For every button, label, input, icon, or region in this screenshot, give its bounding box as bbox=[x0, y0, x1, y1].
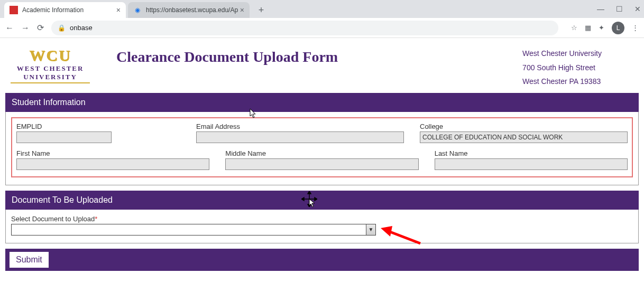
logo-text-line1: WEST CHESTER bbox=[11, 64, 90, 73]
highlight-box: EMPLID Email Address College First Name bbox=[11, 117, 633, 177]
browser-toolbar: ← → ⟳ 🔒 onbase ☆ ▦ ✦ L ⋮ bbox=[0, 18, 644, 38]
window-controls: — ☐ ✕ bbox=[597, 0, 641, 18]
middlename-field[interactable] bbox=[225, 158, 418, 170]
email-label: Email Address bbox=[196, 123, 404, 130]
url-text: onbase bbox=[70, 24, 93, 32]
address-city: West Chester PA 19383 bbox=[522, 74, 602, 89]
document-panel: Select Document to Upload* ▼ bbox=[5, 210, 639, 243]
logo-text-line2: UNIVERSITY bbox=[11, 73, 90, 81]
close-window-icon[interactable]: ✕ bbox=[634, 5, 641, 13]
kebab-menu-icon[interactable]: ⋮ bbox=[632, 24, 639, 32]
middlename-label: Middle Name bbox=[225, 149, 418, 157]
submit-bar: Submit bbox=[5, 249, 639, 271]
minimize-icon[interactable]: — bbox=[597, 5, 604, 13]
page-header: WCU WEST CHESTER UNIVERSITY Clearance Do… bbox=[0, 38, 644, 93]
globe-icon: ◉ bbox=[133, 6, 142, 14]
avatar[interactable]: L bbox=[612, 22, 624, 34]
college-label: College bbox=[420, 123, 628, 130]
emplid-label: EMPLID bbox=[16, 123, 180, 130]
page-title: Clearance Document Upload Form bbox=[116, 49, 338, 65]
address-name: West Chester University bbox=[522, 46, 602, 61]
new-tab-button[interactable]: + bbox=[254, 3, 269, 17]
required-asterisk: * bbox=[95, 215, 97, 223]
reload-icon[interactable]: ⟳ bbox=[37, 23, 44, 33]
email-field[interactable] bbox=[196, 131, 404, 143]
address-bar[interactable]: 🔒 onbase bbox=[51, 21, 558, 35]
emplid-field[interactable] bbox=[16, 131, 112, 143]
university-address: West Chester University 700 South High S… bbox=[522, 46, 633, 89]
select-doc-label-text: Select Document to Upload bbox=[11, 215, 95, 223]
select-doc-value bbox=[12, 224, 366, 235]
logo-text-top: WCU bbox=[29, 46, 71, 64]
firstname-field[interactable] bbox=[16, 158, 209, 170]
select-doc-label: Select Document to Upload* bbox=[11, 215, 633, 223]
puzzle-icon[interactable]: ✦ bbox=[599, 24, 604, 32]
forward-icon[interactable]: → bbox=[21, 23, 30, 33]
chevron-down-icon[interactable]: ▼ bbox=[366, 224, 375, 235]
section-document-header: Document To Be Uploaded bbox=[5, 191, 639, 210]
address-street: 700 South High Street bbox=[522, 61, 602, 75]
browser-tab-strip: Academic Information × ◉ https://onbaset… bbox=[0, 0, 644, 18]
maximize-icon[interactable]: ☐ bbox=[616, 5, 623, 13]
college-field[interactable] bbox=[420, 131, 628, 143]
logo-gold-rule bbox=[11, 82, 90, 83]
firstname-label: First Name bbox=[16, 149, 209, 157]
student-info-panel: EMPLID Email Address College First Name bbox=[5, 112, 639, 185]
tab-label: Academic Information bbox=[22, 6, 84, 14]
close-icon[interactable]: × bbox=[240, 6, 244, 14]
lastname-label: Last Name bbox=[435, 149, 628, 157]
red-square-icon bbox=[10, 6, 18, 14]
lock-icon: 🔒 bbox=[58, 24, 66, 32]
tab-onbase[interactable]: ◉ https://onbasetest.wcupa.edu/Ap × bbox=[128, 2, 250, 18]
star-icon[interactable]: ☆ bbox=[571, 24, 577, 32]
lastname-field[interactable] bbox=[435, 158, 628, 170]
tab-academic-info[interactable]: Academic Information × bbox=[4, 2, 126, 18]
section-student-info-header: Student Information bbox=[5, 93, 639, 112]
select-doc-dropdown[interactable]: ▼ bbox=[11, 224, 376, 236]
tab-label: https://onbasetest.wcupa.edu/Ap bbox=[146, 6, 238, 14]
back-icon[interactable]: ← bbox=[5, 23, 14, 33]
submit-button[interactable]: Submit bbox=[10, 252, 49, 268]
wcu-logo: WCU WEST CHESTER UNIVERSITY bbox=[11, 46, 90, 83]
close-icon[interactable]: × bbox=[116, 6, 121, 14]
extension-icon[interactable]: ▦ bbox=[585, 24, 591, 32]
